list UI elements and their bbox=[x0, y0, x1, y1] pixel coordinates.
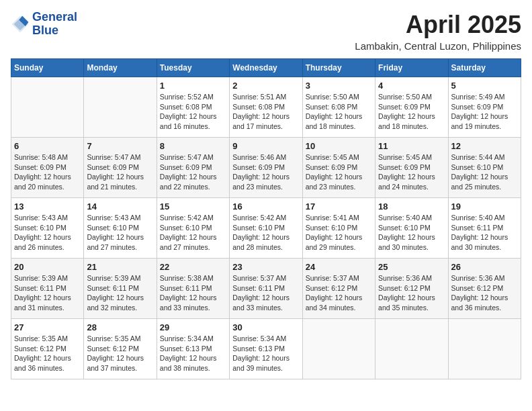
calendar-cell bbox=[11, 77, 84, 138]
day-number: 2 bbox=[232, 81, 299, 91]
calendar-cell: 16Sunrise: 5:42 AM Sunset: 6:10 PM Dayli… bbox=[230, 198, 302, 259]
day-number: 4 bbox=[378, 81, 445, 91]
day-info: Sunrise: 5:42 AM Sunset: 6:10 PM Dayligh… bbox=[232, 213, 299, 253]
calendar-cell bbox=[84, 77, 157, 138]
day-info: Sunrise: 5:36 AM Sunset: 6:12 PM Dayligh… bbox=[451, 273, 518, 313]
calendar-cell: 25Sunrise: 5:36 AM Sunset: 6:12 PM Dayli… bbox=[375, 259, 448, 319]
calendar-week-row: 6Sunrise: 5:48 AM Sunset: 6:09 PM Daylig… bbox=[11, 138, 521, 198]
calendar-cell: 11Sunrise: 5:45 AM Sunset: 6:09 PM Dayli… bbox=[375, 138, 448, 198]
calendar-cell: 8Sunrise: 5:47 AM Sunset: 6:09 PM Daylig… bbox=[157, 138, 229, 198]
day-number: 27 bbox=[14, 322, 81, 332]
day-info: Sunrise: 5:36 AM Sunset: 6:12 PM Dayligh… bbox=[378, 273, 445, 313]
day-number: 13 bbox=[14, 201, 81, 212]
day-info: Sunrise: 5:51 AM Sunset: 6:08 PM Dayligh… bbox=[232, 92, 299, 132]
day-info: Sunrise: 5:49 AM Sunset: 6:09 PM Dayligh… bbox=[451, 92, 518, 132]
calendar-cell: 20Sunrise: 5:39 AM Sunset: 6:11 PM Dayli… bbox=[11, 259, 84, 319]
weekday-header: Monday bbox=[84, 59, 157, 77]
weekday-header: Thursday bbox=[302, 59, 375, 77]
calendar-week-row: 13Sunrise: 5:43 AM Sunset: 6:10 PM Dayli… bbox=[11, 198, 521, 259]
calendar-cell: 6Sunrise: 5:48 AM Sunset: 6:09 PM Daylig… bbox=[11, 138, 84, 198]
calendar-cell: 4Sunrise: 5:50 AM Sunset: 6:09 PM Daylig… bbox=[375, 77, 448, 138]
calendar-cell bbox=[375, 319, 448, 379]
calendar-cell: 23Sunrise: 5:37 AM Sunset: 6:11 PM Dayli… bbox=[230, 259, 302, 319]
day-info: Sunrise: 5:35 AM Sunset: 6:12 PM Dayligh… bbox=[87, 334, 153, 373]
calendar-cell: 21Sunrise: 5:39 AM Sunset: 6:11 PM Dayli… bbox=[84, 259, 157, 319]
calendar-cell: 7Sunrise: 5:47 AM Sunset: 6:09 PM Daylig… bbox=[84, 138, 157, 198]
weekday-header: Sunday bbox=[11, 59, 84, 77]
day-number: 19 bbox=[451, 201, 518, 212]
day-info: Sunrise: 5:47 AM Sunset: 6:09 PM Dayligh… bbox=[160, 152, 226, 192]
calendar-cell: 30Sunrise: 5:34 AM Sunset: 6:13 PM Dayli… bbox=[230, 319, 302, 379]
logo-text: General Blue bbox=[32, 11, 77, 38]
day-info: Sunrise: 5:34 AM Sunset: 6:13 PM Dayligh… bbox=[232, 334, 299, 373]
title-block: April 2025 Lambakin, Central Luzon, Phil… bbox=[355, 11, 521, 52]
calendar-cell: 27Sunrise: 5:35 AM Sunset: 6:12 PM Dayli… bbox=[11, 319, 84, 379]
page-header: General Blue April 2025 Lambakin, Centra… bbox=[11, 11, 521, 52]
day-info: Sunrise: 5:39 AM Sunset: 6:11 PM Dayligh… bbox=[14, 273, 81, 313]
calendar-cell: 17Sunrise: 5:41 AM Sunset: 6:10 PM Dayli… bbox=[302, 198, 375, 259]
day-info: Sunrise: 5:40 AM Sunset: 6:11 PM Dayligh… bbox=[451, 213, 518, 253]
weekday-header: Tuesday bbox=[157, 59, 229, 77]
day-info: Sunrise: 5:45 AM Sunset: 6:09 PM Dayligh… bbox=[306, 152, 372, 192]
day-number: 30 bbox=[232, 322, 299, 332]
calendar-cell bbox=[448, 319, 521, 379]
location-title: Lambakin, Central Luzon, Philippines bbox=[355, 40, 521, 52]
calendar-week-row: 20Sunrise: 5:39 AM Sunset: 6:11 PM Dayli… bbox=[11, 259, 521, 319]
calendar-cell: 12Sunrise: 5:44 AM Sunset: 6:10 PM Dayli… bbox=[448, 138, 521, 198]
calendar-cell: 3Sunrise: 5:50 AM Sunset: 6:08 PM Daylig… bbox=[302, 77, 375, 138]
day-number: 17 bbox=[306, 201, 372, 212]
calendar-cell: 26Sunrise: 5:36 AM Sunset: 6:12 PM Dayli… bbox=[448, 259, 521, 319]
day-info: Sunrise: 5:52 AM Sunset: 6:08 PM Dayligh… bbox=[160, 92, 226, 132]
day-number: 29 bbox=[160, 322, 226, 332]
day-number: 20 bbox=[14, 262, 81, 272]
calendar-week-row: 27Sunrise: 5:35 AM Sunset: 6:12 PM Dayli… bbox=[11, 319, 521, 379]
calendar-cell: 14Sunrise: 5:43 AM Sunset: 6:10 PM Dayli… bbox=[84, 198, 157, 259]
calendar-header: SundayMondayTuesdayWednesdayThursdayFrid… bbox=[11, 59, 521, 77]
weekday-header-row: SundayMondayTuesdayWednesdayThursdayFrid… bbox=[11, 59, 521, 77]
day-number: 9 bbox=[232, 141, 299, 151]
day-info: Sunrise: 5:37 AM Sunset: 6:12 PM Dayligh… bbox=[306, 273, 372, 313]
day-number: 11 bbox=[378, 141, 445, 151]
day-number: 25 bbox=[378, 262, 445, 272]
logo: General Blue bbox=[11, 11, 77, 38]
day-number: 6 bbox=[14, 141, 81, 151]
day-info: Sunrise: 5:40 AM Sunset: 6:10 PM Dayligh… bbox=[378, 213, 445, 253]
day-info: Sunrise: 5:41 AM Sunset: 6:10 PM Dayligh… bbox=[306, 213, 372, 253]
day-info: Sunrise: 5:44 AM Sunset: 6:10 PM Dayligh… bbox=[451, 152, 518, 192]
day-info: Sunrise: 5:35 AM Sunset: 6:12 PM Dayligh… bbox=[14, 334, 81, 373]
day-number: 3 bbox=[306, 81, 372, 91]
day-number: 16 bbox=[232, 201, 299, 212]
day-info: Sunrise: 5:47 AM Sunset: 6:09 PM Dayligh… bbox=[87, 152, 153, 192]
calendar-cell: 1Sunrise: 5:52 AM Sunset: 6:08 PM Daylig… bbox=[157, 77, 229, 138]
day-number: 23 bbox=[232, 262, 299, 272]
calendar-body: 1Sunrise: 5:52 AM Sunset: 6:08 PM Daylig… bbox=[11, 77, 521, 379]
day-info: Sunrise: 5:50 AM Sunset: 6:09 PM Dayligh… bbox=[378, 92, 445, 132]
calendar-cell: 24Sunrise: 5:37 AM Sunset: 6:12 PM Dayli… bbox=[302, 259, 375, 319]
day-info: Sunrise: 5:45 AM Sunset: 6:09 PM Dayligh… bbox=[378, 152, 445, 192]
weekday-header: Friday bbox=[375, 59, 448, 77]
calendar-cell: 15Sunrise: 5:42 AM Sunset: 6:10 PM Dayli… bbox=[157, 198, 229, 259]
day-info: Sunrise: 5:43 AM Sunset: 6:10 PM Dayligh… bbox=[87, 213, 153, 253]
day-info: Sunrise: 5:48 AM Sunset: 6:09 PM Dayligh… bbox=[14, 152, 81, 192]
day-number: 1 bbox=[160, 81, 226, 91]
day-number: 21 bbox=[87, 262, 153, 272]
day-info: Sunrise: 5:46 AM Sunset: 6:09 PM Dayligh… bbox=[232, 152, 299, 192]
calendar-week-row: 1Sunrise: 5:52 AM Sunset: 6:08 PM Daylig… bbox=[11, 77, 521, 138]
day-info: Sunrise: 5:50 AM Sunset: 6:08 PM Dayligh… bbox=[306, 92, 372, 132]
day-number: 15 bbox=[160, 201, 226, 212]
day-number: 28 bbox=[87, 322, 153, 332]
month-title: April 2025 bbox=[355, 11, 521, 39]
calendar-cell: 22Sunrise: 5:38 AM Sunset: 6:11 PM Dayli… bbox=[157, 259, 229, 319]
calendar-cell: 29Sunrise: 5:34 AM Sunset: 6:13 PM Dayli… bbox=[157, 319, 229, 379]
calendar-cell: 5Sunrise: 5:49 AM Sunset: 6:09 PM Daylig… bbox=[448, 77, 521, 138]
day-number: 10 bbox=[306, 141, 372, 151]
weekday-header: Saturday bbox=[448, 59, 521, 77]
day-number: 18 bbox=[378, 201, 445, 212]
calendar-cell: 2Sunrise: 5:51 AM Sunset: 6:08 PM Daylig… bbox=[230, 77, 302, 138]
calendar-cell: 18Sunrise: 5:40 AM Sunset: 6:10 PM Dayli… bbox=[375, 198, 448, 259]
calendar-cell: 13Sunrise: 5:43 AM Sunset: 6:10 PM Dayli… bbox=[11, 198, 84, 259]
day-info: Sunrise: 5:42 AM Sunset: 6:10 PM Dayligh… bbox=[160, 213, 226, 253]
calendar-cell: 10Sunrise: 5:45 AM Sunset: 6:09 PM Dayli… bbox=[302, 138, 375, 198]
day-number: 8 bbox=[160, 141, 226, 151]
calendar-cell: 19Sunrise: 5:40 AM Sunset: 6:11 PM Dayli… bbox=[448, 198, 521, 259]
